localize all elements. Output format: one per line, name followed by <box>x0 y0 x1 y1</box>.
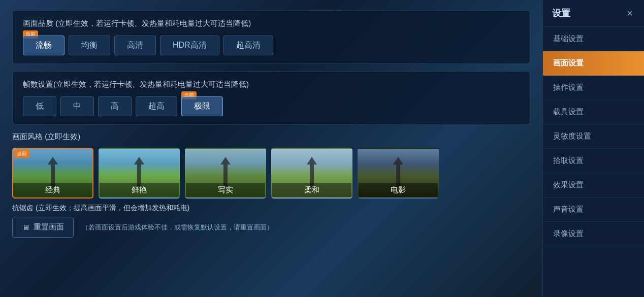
sidebar-menu: 基础设置 画面设置 操作设置 载具设置 灵敏度设置 拾取设置 效果设置 声音设置… <box>543 27 644 297</box>
fps-btn-mid[interactable]: 中 <box>60 96 94 116</box>
fps-btn-super[interactable]: 超高 <box>136 96 177 116</box>
quality-btn-row: 当前 流畅 均衡 高清 HDR高清 超高清 <box>23 36 520 55</box>
sidebar-item-controls[interactable]: 操作设置 <box>543 76 644 100</box>
quality-btn-hd[interactable]: 高清 <box>114 36 156 55</box>
sidebar-item-effects[interactable]: 效果设置 <box>543 173 644 197</box>
style-thumb-film: 电影 <box>358 148 439 199</box>
sidebar-item-loot[interactable]: 拾取设置 <box>543 149 644 173</box>
main-content: 画面品质 (立即生效，若运行卡顿、发热量和耗电量过大可适当降低) 当前 流畅 均… <box>0 0 542 297</box>
style-item-soft[interactable]: 柔和 <box>271 148 352 199</box>
quality-section: 画面品质 (立即生效，若运行卡顿、发热量和耗电量过大可适当降低) 当前 流畅 均… <box>12 10 530 64</box>
fps-title: 帧数设置(立即生效，若运行卡顿、发热量和耗电量过大可适当降低) <box>23 80 520 89</box>
sidebar-item-display[interactable]: 画面设置 <box>543 51 644 76</box>
style-item-vivid[interactable]: 鲜艳 <box>99 148 180 199</box>
style-label-film: 电影 <box>359 183 438 197</box>
sidebar-item-vehicle[interactable]: 载具设置 <box>543 100 644 124</box>
reset-button[interactable]: 🖥 重置画面 <box>12 217 74 238</box>
quality-btn-balanced[interactable]: 均衡 <box>69 36 110 55</box>
fps-btn-extreme[interactable]: 极限 <box>181 96 223 116</box>
sidebar-header: 设置 × <box>543 0 644 27</box>
style-label-realistic: 写实 <box>186 183 265 197</box>
quality-btn-hdr[interactable]: HDR高清 <box>160 36 219 55</box>
style-title: 画面风格 (立即生效) <box>12 132 530 142</box>
style-section: 画面风格 (立即生效) 当前 经典 鲜艳 <box>12 132 530 199</box>
quality-btn-ultra[interactable]: 超高清 <box>223 36 273 55</box>
anti-alias-title: 抗锯齿 (立即生效；提高画面平滑，但会增加发热和耗电) <box>12 204 530 213</box>
style-label-soft: 柔和 <box>272 183 351 197</box>
sidebar: 设置 × 基础设置 画面设置 操作设置 载具设置 灵敏度设置 拾取设置 效果设置… <box>542 0 644 297</box>
style-label-classic: 经典 <box>13 183 92 197</box>
fps-btn-low[interactable]: 低 <box>23 96 56 116</box>
sidebar-item-audio[interactable]: 声音设置 <box>543 197 644 222</box>
fps-btn-row: 低 中 高 超高 当前 极限 <box>23 96 520 116</box>
reset-label: 重置画面 <box>34 222 64 232</box>
style-item-film[interactable]: 电影 <box>358 148 439 199</box>
fps-section: 帧数设置(立即生效，若运行卡顿、发热量和耗电量过大可适当降低) 低 中 高 超高… <box>12 71 530 125</box>
style-thumb-soft: 柔和 <box>271 148 352 199</box>
close-button[interactable]: × <box>625 8 635 19</box>
sidebar-item-basic[interactable]: 基础设置 <box>543 27 644 51</box>
style-thumb-realistic: 写实 <box>185 148 266 199</box>
sidebar-item-sensitivity[interactable]: 灵敏度设置 <box>543 124 644 149</box>
reset-icon: 🖥 <box>22 223 29 232</box>
fps-btn-high[interactable]: 高 <box>98 96 132 116</box>
reset-hint: （若画面设置后游戏体验不佳，或需恢复默认设置，请重置画面） <box>82 223 273 232</box>
sidebar-item-spectate[interactable]: 录像设置 <box>543 222 644 246</box>
reset-section: 🖥 重置画面 （若画面设置后游戏体验不佳，或需恢复默认设置，请重置画面） <box>12 217 530 238</box>
style-label-vivid: 鲜艳 <box>100 183 179 197</box>
anti-alias-section: 抗锯齿 (立即生效；提高画面平滑，但会增加发热和耗电) <box>12 204 530 213</box>
style-item-realistic[interactable]: 写实 <box>185 148 266 199</box>
style-item-classic[interactable]: 当前 经典 <box>12 148 93 199</box>
style-thumb-vivid: 鲜艳 <box>99 148 180 199</box>
style-grid: 当前 经典 鲜艳 写实 <box>12 148 530 199</box>
sidebar-title: 设置 <box>552 7 570 19</box>
style-current-badge: 当前 <box>14 150 29 158</box>
quality-btn-smooth[interactable]: 流畅 <box>23 36 65 55</box>
quality-title: 画面品质 (立即生效，若运行卡顿、发热量和耗电量过大可适当降低) <box>23 19 520 28</box>
